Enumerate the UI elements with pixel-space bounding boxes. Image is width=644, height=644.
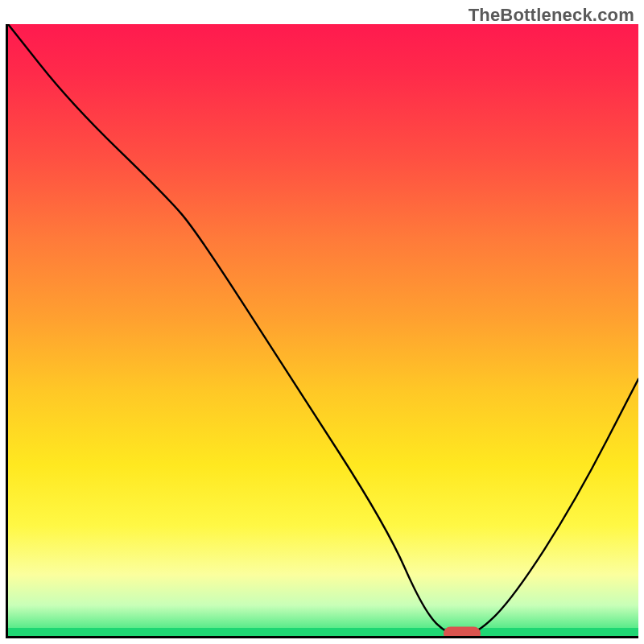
attribution-text: TheBottleneck.com bbox=[469, 5, 634, 26]
axes-frame bbox=[6, 24, 638, 638]
